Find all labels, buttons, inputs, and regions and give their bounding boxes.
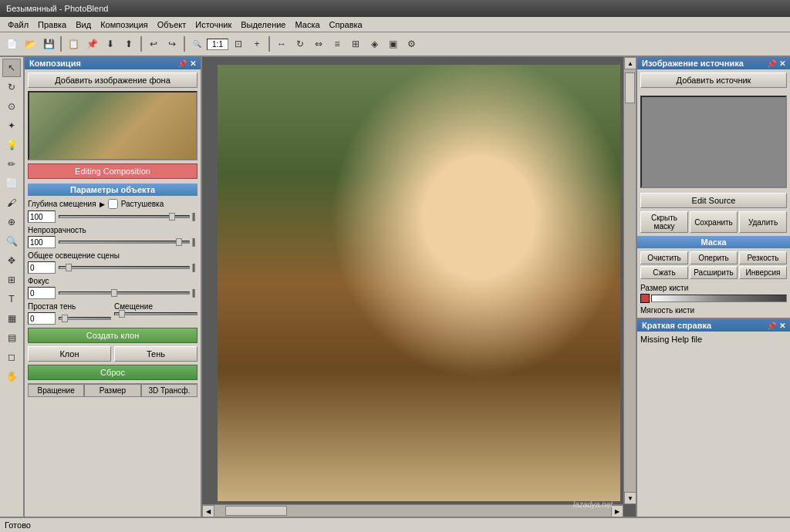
scroll-down-arrow[interactable]: ▼ (624, 492, 636, 504)
transform-button[interactable]: ↔ (273, 35, 290, 52)
scroll-left-arrow[interactable]: ◀ (202, 505, 214, 517)
flip-button[interactable]: ⇔ (310, 35, 327, 52)
add-bg-button[interactable]: Добавить изображение фона (28, 72, 198, 88)
focus-row: Фокус (28, 277, 198, 285)
zoom-in-button[interactable]: + (248, 35, 265, 52)
undo-button[interactable]: ↩ (145, 35, 162, 52)
tab-size[interactable]: Размер (84, 384, 140, 397)
shadow-slider[interactable] (59, 317, 111, 320)
rotate-tool[interactable]: ↻ (2, 78, 21, 96)
comp-panel-title: Композиция (29, 59, 81, 68)
fill-tool[interactable]: ▤ (2, 328, 21, 347)
reset-button[interactable]: Сброс (28, 365, 198, 380)
invert-button[interactable]: Инверсия (739, 266, 787, 279)
save-button[interactable]: 💾 (40, 35, 57, 52)
shadow-value[interactable] (28, 312, 56, 325)
rotate-button[interactable]: ↻ (292, 35, 309, 52)
delete-mask-button[interactable]: Удалить (739, 211, 787, 233)
shadow-button[interactable]: Тень (114, 346, 198, 362)
depth-value-row: ▌ (28, 210, 198, 223)
align-button[interactable]: ≡ (329, 35, 346, 52)
arrange-button[interactable]: ◈ (366, 35, 383, 52)
brush-tool[interactable]: 🖌 (2, 194, 21, 212)
canvas-scrollbar-vertical[interactable]: ▲ ▼ (623, 57, 636, 504)
toolbar-sep-2 (140, 36, 142, 52)
menu-selection[interactable]: Выделение (236, 19, 290, 30)
scroll-up-arrow[interactable]: ▲ (624, 57, 636, 69)
comp-panel-close[interactable]: ✕ (190, 59, 196, 68)
settings-button[interactable]: ⚙ (403, 35, 420, 52)
menu-view[interactable]: Вид (71, 19, 96, 30)
focus-value[interactable] (28, 287, 56, 299)
depth-slider[interactable] (59, 215, 190, 218)
sharpen-button[interactable]: Резкость (739, 251, 787, 264)
scene-light-slider[interactable] (59, 266, 190, 269)
open-button[interactable]: 📂 (22, 35, 39, 52)
clone-button[interactable]: Клон (28, 346, 111, 362)
source-panel-close[interactable]: ✕ (779, 59, 785, 68)
eraser-tool[interactable]: ⬜ (2, 174, 21, 193)
import-button[interactable]: ⬇ (102, 35, 119, 52)
add-source-button[interactable]: Добавить источник (640, 72, 787, 88)
create-clone-button[interactable]: Создать клон (28, 328, 198, 343)
clone-tool[interactable]: ⊕ (2, 213, 21, 231)
opacity-slider[interactable] (59, 241, 190, 244)
menu-file[interactable]: Файл (3, 19, 33, 30)
select-tool[interactable]: ↖ (2, 59, 21, 77)
redo-button[interactable]: ↪ (164, 35, 181, 52)
opacity-value[interactable] (28, 236, 56, 248)
save-mask-button[interactable]: Сохранить (690, 211, 738, 233)
brush-color-swatch (640, 294, 650, 303)
pen-tool[interactable]: ✏ (2, 155, 21, 173)
gradient-tool[interactable]: ▦ (2, 309, 21, 328)
menu-edit[interactable]: Правка (33, 19, 71, 30)
export-button[interactable]: ⬆ (120, 35, 137, 52)
menu-help[interactable]: Справка (325, 19, 367, 30)
process-button[interactable]: Оперить (690, 251, 738, 264)
compress-button[interactable]: Сжать (640, 266, 688, 279)
clear-button[interactable]: Очистить (640, 251, 688, 264)
help-panel-pin[interactable]: 📌 (767, 322, 776, 330)
text-tool[interactable]: T (2, 290, 21, 308)
tab-rotate[interactable]: Вращение (28, 384, 84, 397)
edit-source-button[interactable]: Edit Source (640, 193, 787, 208)
group-button[interactable]: ▣ (384, 35, 401, 52)
menu-object[interactable]: Объект (153, 19, 191, 30)
composition-panel: Композиция 📌 ✕ Добавить изображение фона… (25, 57, 202, 517)
transform-tool[interactable]: ✥ (2, 251, 21, 270)
editing-comp-button[interactable]: Editing Composition (28, 163, 198, 179)
expand-button[interactable]: Расширить (690, 266, 738, 279)
shape-tool[interactable]: ◻ (2, 348, 21, 366)
zoom-fit-button[interactable]: ⊡ (230, 35, 247, 52)
lasso-tool[interactable]: ⊙ (2, 97, 21, 116)
source-panel-pin[interactable]: 📌 (767, 59, 776, 68)
focus-slider[interactable] (59, 291, 190, 295)
distribute-button[interactable]: ⊞ (347, 35, 364, 52)
tab-3d[interactable]: 3D Трансф. (141, 384, 198, 397)
help-panel-close[interactable]: ✕ (779, 322, 785, 330)
feather-checkbox[interactable] (108, 199, 118, 209)
paste-button[interactable]: 📌 (83, 35, 100, 52)
depth-value[interactable] (28, 210, 56, 223)
canvas-scrollbar-horizontal[interactable]: ◀ ▶ (202, 504, 623, 517)
magic-wand-tool[interactable]: ✦ (2, 116, 21, 135)
scroll-thumb-v[interactable] (625, 72, 635, 103)
scene-light-value[interactable] (28, 261, 56, 274)
eyedropper-tool[interactable]: 💡 (2, 136, 21, 154)
help-text: Missing Help file (640, 335, 702, 344)
crop-tool[interactable]: ⊞ (2, 271, 21, 289)
hand-tool[interactable]: ✋ (2, 367, 21, 386)
menu-composition[interactable]: Композиция (96, 19, 153, 30)
new-button[interactable]: 📄 (3, 35, 20, 52)
hide-mask-button[interactable]: Скрыть маску (640, 211, 688, 233)
scroll-thumb-h[interactable] (225, 506, 287, 516)
scroll-right-arrow[interactable]: ▶ (611, 505, 623, 517)
params-header: Параметры объекта (28, 184, 198, 196)
menu-source[interactable]: Источник (191, 19, 236, 30)
copy-button[interactable]: 📋 (65, 35, 82, 52)
brush-size-slider[interactable] (651, 295, 787, 302)
offset-slider[interactable] (114, 312, 198, 315)
comp-panel-pin[interactable]: 📌 (177, 59, 187, 68)
zoom-tool[interactable]: 🔍 (2, 232, 21, 251)
menu-mask[interactable]: Маска (291, 19, 325, 30)
